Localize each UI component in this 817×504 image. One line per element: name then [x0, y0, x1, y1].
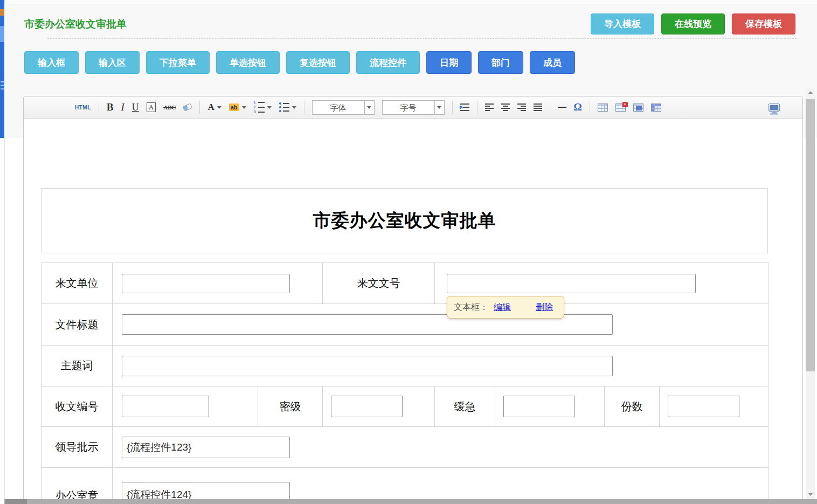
add-radio-button[interactable]: 单选按钮 [216, 51, 280, 74]
add-department-button[interactable]: 部门 [478, 51, 523, 74]
sidebar-edge [0, 0, 4, 138]
highlight-color-icon[interactable]: ab [229, 103, 246, 111]
font-size-select[interactable]: 字号 [382, 100, 445, 115]
add-textarea-button[interactable]: 输入区 [85, 51, 140, 74]
table-row: 办公室意见 [41, 468, 768, 504]
table-row: 主题词 [41, 346, 768, 386]
window-bottom-edge [4, 499, 817, 504]
urgency-label: 缓急 [435, 386, 495, 427]
import-template-button[interactable]: 导入模板 [591, 13, 654, 34]
chevron-down-icon [267, 106, 272, 109]
secrecy-label: 密级 [258, 386, 323, 427]
subject-words-label: 主题词 [41, 346, 113, 386]
underline-icon[interactable]: U [132, 102, 139, 113]
form-title: 市委办公室收文审批单 [313, 209, 496, 233]
page-title: 市委办公室收文审批单 [24, 17, 127, 31]
align-left-icon[interactable] [485, 103, 494, 111]
window-top-edge [4, 0, 817, 4]
add-date-button[interactable]: 日期 [426, 51, 472, 74]
secrecy-level-input[interactable] [331, 396, 403, 417]
incoming-unit-label: 来文单位 [41, 263, 113, 304]
office-opinion-label: 办公室意见 [41, 468, 113, 504]
indent-icon[interactable] [460, 103, 469, 111]
chevron-down-icon [292, 106, 296, 109]
font-style-icon[interactable]: A [147, 102, 156, 112]
toolbar-separator [452, 101, 453, 114]
chevron-down-icon [217, 106, 221, 109]
incoming-unit-input[interactable] [122, 274, 290, 293]
add-input-box-button[interactable]: 输入框 [24, 51, 79, 74]
cell-properties-icon[interactable] [633, 103, 643, 112]
chevron-down-icon [364, 101, 374, 114]
online-preview-button[interactable]: 在线预览 [661, 13, 725, 34]
add-member-button[interactable]: 成员 [530, 51, 575, 74]
add-flow-control-button[interactable]: 流程控件 [356, 51, 420, 74]
delete-link[interactable]: 删除 [536, 302, 553, 313]
leader-comment-label: 领导批示 [41, 427, 113, 468]
scroll-up-button[interactable] [806, 88, 815, 97]
special-char-icon[interactable]: Ω [574, 101, 582, 113]
doc-title-label: 文件标题 [41, 304, 113, 346]
leader-comments-input[interactable] [122, 437, 290, 458]
font-family-select[interactable]: 字体 [312, 100, 375, 115]
field-tooltip: 文本框： 编辑 删除 [447, 296, 564, 319]
subject-words-input[interactable] [122, 356, 613, 376]
scroll-down-button[interactable] [806, 490, 815, 499]
receipt-number-label: 收文编号 [41, 386, 113, 427]
app-window: 市委办公室收文审批单 导入模板 在线预览 保存模板 输入框 输入区 下拉菜单 单… [0, 0, 817, 504]
table-row: 文件标题 [41, 304, 768, 346]
table-row: 收文编号 密级 缓急 份数 [41, 386, 768, 427]
strikethrough-icon[interactable]: ABC [163, 104, 176, 111]
editor-toolbar: HTML B I U A ABC A ab [24, 96, 802, 119]
add-dropdown-button[interactable]: 下拉菜单 [146, 51, 210, 74]
copies-input[interactable] [668, 396, 739, 417]
vertical-scrollbar[interactable] [806, 88, 815, 499]
toolbar-separator [304, 101, 304, 114]
ordered-list-icon[interactable] [254, 101, 272, 114]
add-checkbox-button[interactable]: 复选按钮 [286, 51, 350, 74]
scrollbar-thumb[interactable] [806, 99, 815, 371]
bold-icon[interactable]: B [107, 101, 114, 113]
toolbar-separator [199, 101, 200, 114]
table-row: 领导批示 [41, 427, 768, 468]
remove-format-icon[interactable] [183, 105, 192, 110]
horizontal-rule-icon[interactable] [558, 107, 566, 108]
form-title-box: 市委办公室收文审批单 [41, 188, 768, 253]
receipt-number-input[interactable] [122, 396, 209, 417]
table-properties-icon[interactable] [651, 103, 661, 112]
save-template-button[interactable]: 保存模板 [732, 13, 795, 34]
editor-content[interactable]: 市委办公室收文审批单 来文单位 来文文号 [24, 119, 802, 503]
toolbar-separator [477, 101, 477, 114]
incoming-number-label: 来文文号 [323, 263, 435, 304]
source-code-icon[interactable]: HTML [75, 105, 91, 111]
rich-text-editor: HTML B I U A ABC A ab [23, 96, 803, 504]
delete-table-icon[interactable] [615, 103, 626, 112]
italic-icon[interactable]: I [121, 101, 124, 113]
insert-table-icon[interactable] [598, 103, 608, 112]
action-buttons: 导入模板 在线预览 保存模板 [591, 13, 795, 34]
bullet-list-icon[interactable] [279, 102, 296, 112]
align-center-icon[interactable] [501, 103, 510, 111]
toolbar-separator [99, 101, 99, 114]
incoming-doc-number-input[interactable] [447, 274, 696, 293]
font-color-icon[interactable]: A [207, 102, 221, 113]
urgency-input[interactable] [503, 396, 575, 417]
horizontal-scrollbar-fragment [5, 499, 27, 504]
sidebar-icon-fragment [1, 81, 4, 89]
chevron-down-icon [242, 106, 246, 109]
form-table: 来文单位 来文文号 文件标题 主题词 [41, 263, 768, 503]
table-row: 来文单位 来文文号 [41, 263, 768, 304]
field-control-buttons: 输入框 输入区 下拉菜单 单选按钮 复选按钮 流程控件 日期 部门 成员 [24, 51, 575, 74]
divider [47, 38, 797, 39]
align-right-icon[interactable] [517, 103, 526, 111]
copies-label: 份数 [605, 386, 660, 427]
fullscreen-icon[interactable] [768, 103, 780, 112]
align-justify-icon[interactable] [534, 103, 542, 111]
edit-link[interactable]: 编辑 [494, 302, 511, 313]
toolbar-separator [590, 101, 590, 114]
toolbar-separator [550, 101, 550, 114]
arrow-down-icon [808, 493, 813, 496]
sidebar-icon-fragment [0, 26, 4, 42]
arrow-up-icon [808, 91, 813, 94]
tooltip-label: 文本框： [454, 302, 488, 313]
